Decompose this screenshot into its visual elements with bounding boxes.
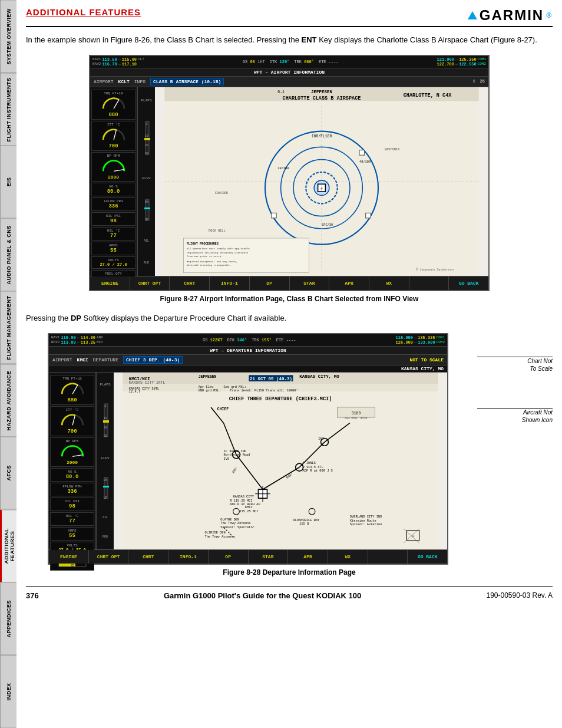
svg-text:R 113.5 STL: R 113.5 STL (303, 465, 323, 469)
nav1-freqs-2: NAV1 110.90 ↔ 114.00 ANX NAV2 113.00 ↔ 1… (51, 335, 103, 345)
svg-text:GASTONIA: GASTONIA (385, 147, 400, 151)
nav-bar-1: NAV1 113.50 ↔ 115.00 CLT NAV2 116.70 ↔ 1… (90, 56, 488, 68)
display-area-1: TRQ FT•LB 880 ITT °C (90, 87, 488, 276)
svg-text:DN: DN (103, 479, 107, 482)
softkey-chrt-opt-2[interactable]: CHRT OPT (89, 550, 129, 564)
svg-rect-56 (103, 420, 109, 423)
fflow-gauge: FFLOW PPH 336 (91, 197, 135, 211)
sidebar-item-afcs[interactable]: AFCS (0, 437, 16, 510)
svg-line-2 (114, 169, 124, 171)
display-area-2: TRQ FT•LB 880 ITT °C (49, 373, 447, 549)
softkey-engine-1[interactable]: ENGINE (90, 276, 130, 290)
svg-text:20: 20 (103, 426, 107, 430)
softkey-bar-2: ENGINE CHRT OPT CHRT INFO-1 DP STAR APR … (49, 549, 447, 564)
sidebar-item-audio-panel-cns[interactable]: AUDIO PANEL & CNS (0, 219, 16, 292)
svg-text:0: 0 (146, 123, 147, 126)
svg-text:ADF R at 000H AU: ADF R at 000H AU (230, 503, 260, 506)
svg-text:30/100: 30/100 (277, 166, 289, 170)
svg-text:Xtension Route: Xtension Route (350, 519, 376, 522)
garmin-triangle-icon (468, 11, 477, 19)
sidebar-item-system-overview[interactable]: SYSTEM OVERVIEW (0, 0, 16, 73)
sidebar-item-eis[interactable]: EIS (0, 146, 16, 219)
sidebar-item-appendices[interactable]: APPENDICES (0, 582, 16, 655)
figure-8-27-caption: Figure 8-27 Airport Information Page, Cl… (26, 295, 553, 303)
svg-text:R 115.25 MCI: R 115.25 MCI (230, 499, 252, 502)
com1-freqs: 121.900 ↔ 125.350 COM1 122.700 ↔ 122.550… (437, 57, 486, 67)
dp-key: DP (71, 314, 81, 322)
softkey-info1-2[interactable]: INFO-1 (168, 550, 209, 564)
svg-text:40/100: 40/100 (359, 160, 371, 164)
chart-area-2: KMCI/MCI JEPPESEN KANSAS CITY, MO KANSAS… (114, 373, 447, 549)
svg-text:KANSAS CITY: KANSAS CITY (233, 495, 254, 499)
svg-text:IF 3000N IND: IF 3000N IND (224, 450, 246, 453)
ng-gauge: NG % 80.0 (91, 183, 135, 196)
softkey-blank-1 (409, 276, 449, 290)
softkey-chrt-1[interactable]: CHRT (170, 276, 210, 290)
sidebar-item-flight-management[interactable]: FLIGHT MANAGEMENT (0, 291, 16, 364)
softkey-chrt-2[interactable]: CHRT (128, 550, 168, 564)
svg-text:ADF R at 000 J S: ADF R at 000 J S (303, 469, 333, 473)
svg-text:INT: INT (318, 437, 324, 440)
softkey-apr-2[interactable]: APR (288, 550, 328, 564)
com1-freqs-2: 118.900 ↔ 135.325 COM1 126.000 ↔ 133.000… (396, 335, 445, 345)
svg-text:0-1: 0-1 (277, 90, 285, 94)
figure-8-27-container: NAV1 113.50 ↔ 115.00 CLT NAV2 116.70 ↔ 1… (26, 55, 553, 303)
ng-gauge-2: NG % 80.0 (50, 468, 94, 482)
svg-text:CHARLOTTE, N C4X: CHARLOTTE, N C4X (404, 93, 452, 98)
softkey-apr-1[interactable]: APR (329, 276, 369, 290)
svg-text:UP: UP (103, 496, 107, 500)
svg-text:12.4.7: 12.4.7 (129, 390, 140, 394)
sidebar-item-index[interactable]: INDEX (0, 655, 16, 729)
svg-text:CHIEF THREE DEPARTURE (CHIEF3.: CHIEF THREE DEPARTURE (CHIEF3.MCI) (229, 396, 332, 402)
airport-bar-2: AIRPORT KMCI DEPARTURE CHIEF 3 DEP. (40-… (49, 355, 447, 365)
oil-psi-gauge-2: OIL PSI 98 (50, 498, 94, 511)
page-title: ADDITIONAL FEATURES (26, 7, 141, 17)
softkey-dp-2[interactable]: DP (209, 550, 249, 564)
figure-8-28-display: NAV1 110.90 ↔ 114.00 ANX NAV2 113.00 ↔ 1… (48, 333, 448, 565)
softkey-info1-1[interactable]: INFO-1 (210, 276, 250, 290)
softkey-engine-2[interactable]: ENGINE (49, 550, 89, 564)
svg-text:KMCI: KMCI (245, 506, 253, 509)
svg-text:Sponsor: Spectator: Sponsor: Spectator (220, 525, 254, 529)
svg-text:CHARLOTTE CLASS B AIRSPACE: CHARLOTTE CLASS B AIRSPACE (283, 95, 361, 101)
flaps-elev-panel-2: FLAPS 0 10 20 30 ELEV (96, 373, 114, 549)
svg-rect-36 (272, 213, 277, 218)
softkey-star-2[interactable]: STAR (249, 550, 289, 564)
sidebar-item-flight-instruments[interactable]: FLIGHT INSTRUMENTS (0, 73, 16, 146)
sidebar-item-additional-features[interactable]: ADDITIONAL FEATURES (0, 510, 16, 583)
sidebar-item-hazard-avoidance[interactable]: HAZARD AVOIDANCE (0, 364, 16, 437)
svg-text:20: 20 (144, 144, 148, 147)
svg-text:115 Q: 115 Q (299, 522, 309, 526)
svg-line-49 (72, 385, 78, 394)
svg-text:0: 0 (104, 405, 106, 409)
engine-panel-2: TRQ FT•LB 880 ITT °C (49, 373, 96, 549)
nav-bar-2: NAV1 110.90 ↔ 114.00 ANX NAV2 113.00 ↔ 1… (49, 334, 447, 347)
softkey-goback-1[interactable]: GO BACK (449, 276, 488, 290)
chart-area-1: JEPPESEN 0-1 CHARLOTTE, N C4X CHARLOTTE … (155, 87, 488, 276)
svg-text:The Tnwy Accenna: The Tnwy Accenna (204, 535, 235, 538)
softkey-goback-2[interactable]: GO BACK (408, 550, 447, 564)
svg-text:21 OCT 05 (40-3): 21 OCT 05 (40-3) (250, 376, 292, 381)
svg-text:IVS: IVS (224, 457, 230, 460)
center-bar-1: WPT – AIRPORT INFORMATION (90, 68, 488, 77)
softkey-dp-1[interactable]: DP (250, 276, 290, 290)
svg-text:regulations including obtainin: regulations including obtaining clearanc… (187, 251, 249, 253)
softkey-star-1[interactable]: STAR (290, 276, 330, 290)
chart-not-to-scale-text: Chart Not To Scale (477, 357, 553, 373)
svg-text:Sponsor: Aviation: Sponsor: Aviation (350, 523, 382, 526)
engine-panel-1: TRQ FT•LB 880 ITT °C (90, 87, 137, 276)
nav1-freqs: NAV1 113.50 ↔ 115.00 CLT NAV2 116.70 ↔ 1… (92, 57, 144, 67)
right-annotations: Chart Not To Scale Aircraft Not Shown Ic… (470, 333, 553, 459)
trq-gauge-2: TRQ FT•LB 880 (50, 375, 94, 405)
softkey-wx-1[interactable]: WX (369, 276, 409, 290)
itt-gauge-2: ITT °C 700 (50, 406, 94, 436)
svg-text:Geo grd MSL:: Geo grd MSL: (224, 385, 246, 388)
svg-text:OLDSMOBILE WAY: OLDSMOBILE WAY (293, 518, 320, 522)
trq-gauge: TRQ FT•LB 880 (91, 90, 135, 120)
softkey-wx-2[interactable]: WX (328, 550, 368, 564)
svg-text:35: 35 (70, 564, 74, 567)
svg-rect-7 (144, 138, 150, 140)
flaps-elev-panel-1: FLAPS 0 10 20 30 ELEV DN UP (137, 87, 155, 276)
softkey-chrt-opt-1[interactable]: CHRT OPT (130, 276, 170, 290)
amps-gauge: AMPS 55 (91, 242, 135, 255)
